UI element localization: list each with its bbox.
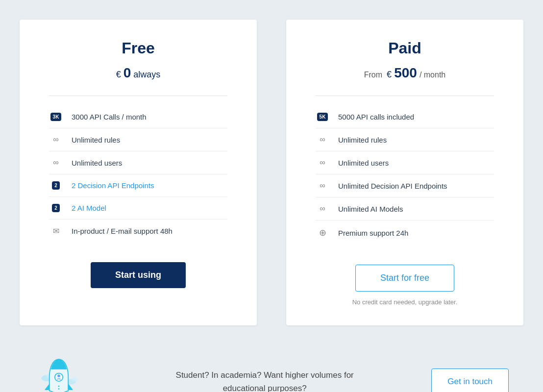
svg-point-7 — [58, 386, 60, 387]
bottom-text-line1: Student? In academia? Want higher volume… — [176, 370, 354, 380]
paid-plan-title: Paid — [316, 39, 494, 57]
paid-price-amount: 500 — [394, 65, 417, 80]
ai-model-icon: 2 — [49, 204, 63, 212]
no-credit-card-text: No credit card needed, upgrade later. — [316, 298, 494, 306]
paid-card-divider — [316, 96, 494, 96]
paid-price-symbol: € — [387, 70, 392, 79]
list-item: 5K 5000 API calls included — [316, 106, 494, 128]
paid-price-from: From — [364, 71, 382, 79]
email-support-text: In-product / E-mail support 48h — [72, 227, 173, 235]
list-item: ∞ Unlimited rules — [49, 128, 227, 151]
decision-api-icon: 2 — [49, 181, 63, 190]
free-plan-price: € 0 always — [49, 65, 227, 81]
free-plan-title: Free — [49, 39, 227, 57]
free-price-symbol: € — [116, 70, 121, 79]
pricing-cards-row: Free € 0 always 3K 3000 API Calls / mont… — [0, 0, 543, 340]
svg-point-3 — [71, 377, 78, 382]
api-calls-text: 3000 API Calls / month — [72, 113, 147, 121]
unlimited-users-text: Unlimited users — [72, 159, 122, 167]
list-item: ∞ Unlimited Decision API Endpoints — [316, 174, 494, 197]
list-item: ∞ Unlimited rules — [316, 128, 494, 151]
list-item: 2 2 Decision API Endpoints — [49, 174, 227, 197]
list-item: ∞ Unlimited users — [316, 151, 494, 174]
unlimited-rules-text: Unlimited rules — [72, 136, 120, 144]
list-item: ⊕ Premium support 24h — [316, 220, 494, 245]
start-for-free-button[interactable]: Start for free — [355, 265, 454, 292]
unlimited-rules-icon: ∞ — [49, 135, 63, 144]
svg-point-6 — [57, 374, 60, 377]
unlimited-endpoints-icon: ∞ — [316, 181, 329, 190]
list-item: 2 2 AI Model — [49, 197, 227, 220]
paid-price-per: / month — [420, 71, 445, 79]
unlimited-rules-paid-icon: ∞ — [316, 135, 329, 144]
unlimited-ai-icon: ∞ — [316, 204, 329, 213]
svg-point-8 — [58, 388, 60, 390]
rocket-svg — [37, 355, 81, 392]
get-in-touch-button[interactable]: Get in touch — [431, 368, 509, 392]
free-feature-list: 3K 3000 API Calls / month ∞ Unlimited ru… — [49, 106, 227, 243]
api-calls-paid-text: 5000 API calls included — [338, 113, 414, 121]
api-calls-icon: 3K — [49, 113, 63, 121]
bottom-text-line2: educational purposes? — [223, 384, 307, 392]
list-item: ∞ Unlimited users — [49, 151, 227, 174]
bottom-cta-section: Student? In academia? Want higher volume… — [0, 340, 543, 392]
paid-plan-price: From € 500 / month — [316, 65, 494, 81]
bottom-cta-text: Student? In academia? Want higher volume… — [98, 368, 431, 392]
premium-support-text: Premium support 24h — [338, 229, 408, 237]
free-plan-card: Free € 0 always 3K 3000 API Calls / mont… — [20, 20, 257, 325]
api-calls-paid-icon: 5K — [316, 113, 329, 121]
list-item: ∞ Unlimited AI Models — [316, 197, 494, 220]
rocket-illustration — [29, 355, 88, 392]
unlimited-endpoints-text: Unlimited Decision API Endpoints — [338, 182, 447, 190]
start-using-button[interactable]: Start using — [91, 262, 186, 288]
unlimited-users-icon: ∞ — [49, 158, 63, 167]
unlimited-users-paid-icon: ∞ — [316, 158, 329, 167]
unlimited-rules-paid-text: Unlimited rules — [338, 136, 387, 144]
paid-plan-card: Paid From € 500 / month 5K 5000 API call… — [286, 20, 523, 325]
ai-model-text: 2 AI Model — [72, 204, 106, 212]
email-support-icon: ✉ — [49, 226, 63, 236]
list-item: 3K 3000 API Calls / month — [49, 106, 227, 128]
paid-feature-list: 5K 5000 API calls included ∞ Unlimited r… — [316, 106, 494, 245]
free-price-amount: 0 — [123, 65, 131, 80]
premium-support-icon: ⊕ — [316, 227, 329, 238]
decision-api-text: 2 Decision API Endpoints — [72, 181, 154, 190]
unlimited-ai-text: Unlimited AI Models — [338, 205, 403, 213]
free-price-label-text: always — [133, 70, 160, 79]
free-card-divider — [49, 96, 227, 96]
unlimited-users-paid-text: Unlimited users — [338, 159, 389, 167]
list-item: ✉ In-product / E-mail support 48h — [49, 220, 227, 243]
